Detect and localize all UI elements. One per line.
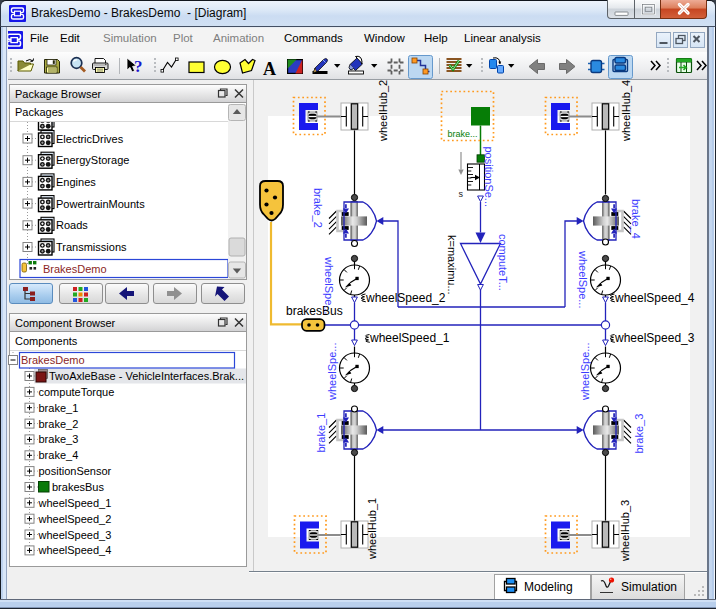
svg-text:?: ?	[134, 57, 143, 76]
svg-text:brake_4: brake_4	[39, 449, 79, 461]
svg-text:wheelHub_1: wheelHub_1	[366, 498, 378, 560]
svg-text:brake_3: brake_3	[633, 414, 645, 454]
svg-text:BrakesDemo: BrakesDemo	[21, 354, 85, 366]
svg-text:wheelSpeed_4: wheelSpeed_4	[38, 544, 112, 556]
svg-text:ElectricDrives: ElectricDrives	[56, 133, 124, 145]
svg-text:TwoAxleBase - VehicleInterface: TwoAxleBase - VehicleInterfaces.Brak...	[49, 370, 244, 382]
svg-text:wheelHub_3: wheelHub_3	[619, 500, 631, 562]
svg-text:brake_2: brake_2	[39, 418, 79, 430]
svg-text:Transmissions: Transmissions	[56, 241, 127, 253]
svg-text:A: A	[263, 59, 276, 79]
svg-text:EnergyStorage: EnergyStorage	[56, 154, 129, 166]
svg-text:wheelSpeed_1: wheelSpeed_1	[38, 497, 112, 509]
svg-text:brake_4: brake_4	[630, 199, 642, 239]
svg-text:wheelSpe...: wheelSpe...	[579, 343, 591, 401]
svg-text:BrakesDemo: BrakesDemo	[43, 263, 107, 275]
svg-text:wheelSpeed_1: wheelSpeed_1	[369, 331, 450, 345]
svg-text:wheelSpe...: wheelSpe...	[577, 250, 589, 308]
svg-text:brakesBus: brakesBus	[52, 481, 104, 493]
svg-text:PowertrainMounts: PowertrainMounts	[56, 198, 145, 210]
svg-text:wheelSpeed_2: wheelSpeed_2	[365, 291, 446, 305]
svg-text:wheelHub_2: wheelHub_2	[377, 80, 389, 142]
svg-text:wheelSpe...: wheelSpe...	[323, 256, 335, 314]
svg-text:brake...: brake...	[448, 129, 478, 139]
svg-text:wheelSpe...: wheelSpe...	[326, 343, 338, 401]
svg-text:k=maximu...: k=maximu...	[446, 235, 458, 295]
svg-text:wheelHub_4: wheelHub_4	[620, 80, 632, 142]
svg-text:brake_1: brake_1	[39, 402, 79, 414]
svg-text:brake_2: brake_2	[312, 188, 324, 228]
svg-text:brake_1: brake_1	[315, 413, 327, 453]
svg-text:computeTorque: computeTorque	[39, 386, 115, 398]
svg-text:positionSe...: positionSe...	[483, 147, 495, 208]
svg-text:Engines: Engines	[56, 176, 96, 188]
svg-text:brake_3: brake_3	[39, 433, 79, 445]
svg-text:wheelSpeed_4: wheelSpeed_4	[614, 291, 695, 305]
svg-text:s: s	[459, 189, 464, 199]
svg-text:wheelSpeed_3: wheelSpeed_3	[614, 331, 695, 345]
svg-text:computeT...: computeT...	[497, 234, 509, 291]
svg-text:Roads: Roads	[56, 219, 88, 231]
svg-text:wheelSpeed_2: wheelSpeed_2	[38, 513, 112, 525]
svg-text:positionSensor: positionSensor	[39, 465, 112, 477]
svg-text:wheelSpeed_3: wheelSpeed_3	[38, 529, 112, 541]
